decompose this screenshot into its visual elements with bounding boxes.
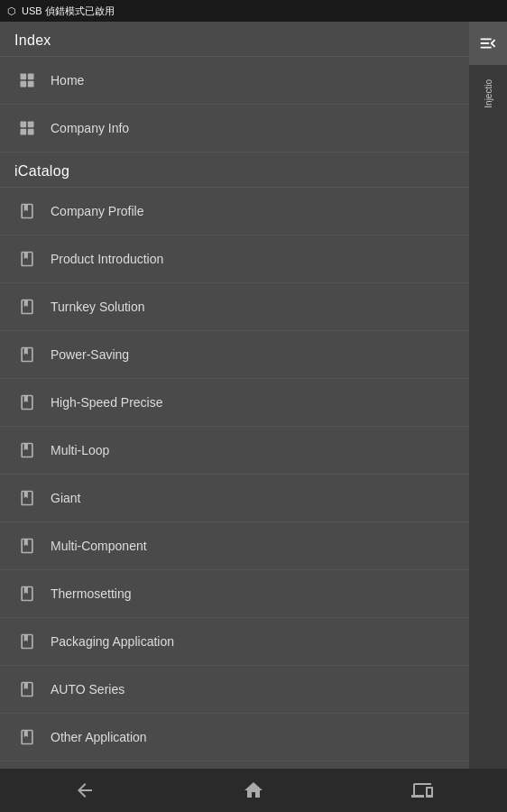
sidebar-item-power-saving[interactable]: Power-Saving — [0, 331, 469, 379]
sidebar-item-turnkey-solution[interactable]: Turnkey Solution — [0, 283, 469, 331]
book-icon-8 — [14, 533, 40, 558]
drawer: Index Home — [0, 22, 469, 812]
home-button[interactable] — [217, 769, 290, 812]
book-icon-4 — [14, 342, 40, 367]
svg-rect-2 — [21, 81, 27, 88]
section-header-index: Index — [0, 22, 469, 56]
sidebar-item-company-info[interactable]: Company Info — [0, 105, 469, 152]
sidebar-item-thermosetting[interactable]: Thermosetting — [0, 570, 469, 618]
book-icon-9 — [14, 581, 40, 606]
svg-rect-4 — [21, 122, 27, 128]
sidebar-item-multi-loop-label: Multi-Loop — [51, 443, 109, 457]
sidebar-item-giant[interactable]: Giant — [0, 475, 469, 522]
sidebar-item-multi-loop[interactable]: Multi-Loop — [0, 427, 469, 475]
svg-rect-1 — [28, 74, 34, 80]
sidebar-item-other-application-label: Other Application — [51, 730, 147, 744]
sidebar-item-auto-series-label: AUTO Series — [51, 682, 124, 697]
book-icon-5 — [14, 390, 40, 415]
book-icon-10 — [14, 629, 40, 654]
sidebar-item-packaging-application-label: Packaging Application — [51, 634, 174, 649]
book-icon-7 — [14, 485, 40, 511]
sidebar-item-home[interactable]: Home — [0, 57, 469, 105]
menu-icon — [478, 33, 498, 53]
book-icon-1 — [14, 198, 40, 224]
sidebar-item-auto-series[interactable]: AUTO Series — [0, 666, 469, 714]
recent-apps-button[interactable] — [386, 769, 458, 812]
section-icatalog: iCatalog Company Profile Product I — [0, 152, 469, 761]
sidebar-item-home-label: Home — [51, 73, 84, 88]
sidebar-item-multi-component[interactable]: Multi-Component — [0, 522, 469, 570]
sidebar-item-high-speed-precise[interactable]: High-Speed Precise — [0, 379, 469, 427]
sidebar-item-product-introduction[interactable]: Product Introduction — [0, 235, 469, 283]
book-icon-3 — [14, 294, 40, 319]
back-button[interactable] — [49, 769, 121, 812]
book-icon-11 — [14, 677, 40, 702]
section-header-icatalog: iCatalog — [0, 152, 469, 187]
sidebar-item-high-speed-precise-label: High-Speed Precise — [51, 395, 163, 410]
sidebar-item-power-saving-label: Power-Saving — [51, 347, 129, 362]
usb-icon: ⬡ — [7, 5, 16, 17]
sidebar-item-company-info-label: Company Info — [51, 121, 129, 135]
grid-icon-company — [14, 115, 40, 141]
book-icon-6 — [14, 438, 40, 463]
right-panel-text: Injectio — [480, 72, 497, 115]
status-bar-text: USB 偵錯模式已啟用 — [22, 5, 115, 18]
svg-rect-6 — [21, 129, 27, 135]
sidebar-item-other-application[interactable]: Other Application — [0, 714, 469, 761]
sidebar-item-company-profile-catalog-label: Company Profile — [51, 204, 144, 218]
book-icon-12 — [14, 724, 40, 750]
bottom-navigation — [0, 769, 507, 812]
main-container: Index Home — [0, 22, 507, 812]
section-index: Index Home — [0, 22, 469, 152]
svg-rect-7 — [28, 129, 34, 135]
book-icon-2 — [14, 246, 40, 272]
sidebar-item-giant-label: Giant — [51, 491, 80, 505]
sidebar-item-multi-component-label: Multi-Component — [51, 539, 147, 553]
sidebar-item-product-introduction-label: Product Introduction — [51, 252, 163, 266]
svg-rect-3 — [28, 81, 34, 88]
right-panel: Injectio — [469, 22, 507, 812]
sidebar-item-company-profile-catalog[interactable]: Company Profile — [0, 188, 469, 235]
drawer-toggle-button[interactable] — [469, 22, 507, 65]
sidebar-item-thermosetting-label: Thermosetting — [51, 586, 131, 601]
sidebar-item-turnkey-solution-label: Turnkey Solution — [51, 300, 145, 314]
svg-rect-5 — [28, 122, 34, 128]
status-bar: ⬡ USB 偵錯模式已啟用 — [0, 0, 507, 22]
grid-icon — [14, 68, 40, 93]
sidebar-item-packaging-application[interactable]: Packaging Application — [0, 618, 469, 666]
svg-rect-0 — [21, 74, 27, 80]
